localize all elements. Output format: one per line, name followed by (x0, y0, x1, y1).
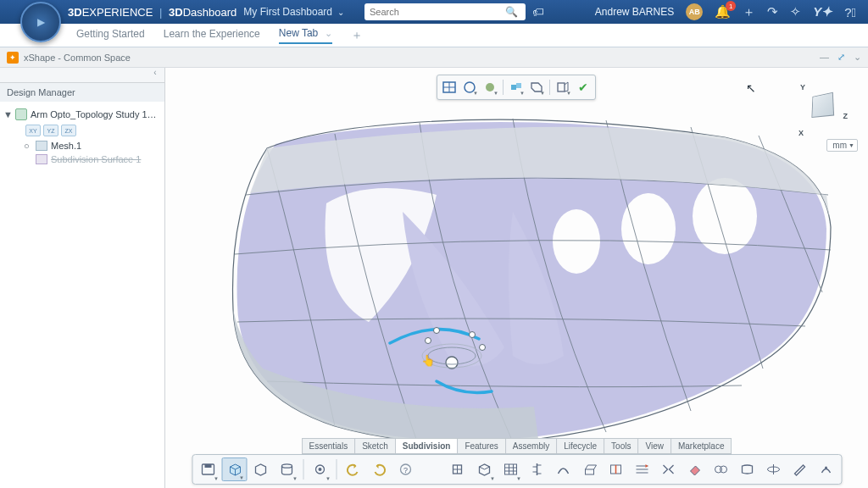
svg-point-2 (553, 209, 600, 274)
svg-point-46 (825, 467, 827, 469)
svg-point-3 (446, 357, 458, 369)
toolbar-btn-3[interactable]: ▼ (481, 78, 499, 97)
floating-toolbar: ▼ ▼ ▼ ▼ ▼ ✔ (437, 75, 596, 100)
search-box[interactable]: 🔍 (364, 3, 526, 20)
svg-text:?: ? (403, 466, 407, 474)
svg-point-26 (318, 468, 321, 471)
tab-assembly[interactable]: Assembly (506, 439, 557, 453)
tree-surface[interactable]: Subdivision Surface 1 (24, 152, 161, 166)
collab-icon[interactable]: ✧ (790, 4, 801, 19)
toolbar-btn-6[interactable]: ▼ (554, 78, 572, 97)
cmd-save[interactable]: ▼ (195, 458, 220, 481)
cmd-cylinder[interactable]: ▼ (274, 458, 299, 481)
toolbar-btn-1[interactable] (440, 78, 459, 97)
cmd-revolve[interactable] (760, 458, 786, 481)
toolbar-btn-2[interactable]: ▼ (460, 78, 479, 97)
xshape-icon: ✦ (7, 52, 19, 64)
add-tab-icon[interactable]: ＋ (351, 28, 363, 43)
tag-icon[interactable]: 🏷 (532, 5, 544, 19)
part-icon (15, 108, 27, 120)
feature-tree: ▼ Arm Opto_Topology Study 1_deform... XY… (0, 102, 164, 171)
cmd-redo[interactable] (366, 458, 392, 481)
cmd-knife[interactable] (787, 458, 812, 481)
brand: 3DEXPERIENCE | 3DDashboard (68, 6, 236, 19)
panel-title-bar: ✦ xShape - Common Space — ⤢ ⌄ (0, 47, 868, 68)
toolbar-confirm-icon[interactable]: ✔ (574, 78, 593, 97)
dashboard-name[interactable]: My First Dashboard (243, 6, 332, 18)
svg-rect-16 (511, 85, 516, 90)
cmd-align[interactable] (524, 458, 549, 481)
compass-icon[interactable] (20, 2, 61, 42)
tab-learn[interactable]: Learn the Experience (164, 28, 260, 43)
search-input[interactable] (370, 7, 505, 17)
orientation-widget[interactable]: Y Z X (797, 83, 844, 130)
tab-view[interactable]: View (638, 439, 671, 453)
svg-point-5 (434, 328, 440, 334)
toolbar-btn-4[interactable]: ▼ (507, 78, 526, 97)
cmd-loft[interactable] (734, 458, 760, 481)
collapse-sidebar-icon[interactable]: ‹ (149, 68, 161, 82)
plane-zx[interactable]: ZX (61, 125, 76, 136)
cmd-merge[interactable] (708, 458, 733, 481)
cmd-grid[interactable]: ▼ (498, 458, 523, 481)
tab-subdivision[interactable]: Subdivision (396, 439, 459, 453)
cmd-box[interactable] (445, 458, 470, 481)
cmd-bend[interactable] (550, 458, 576, 481)
toolbar-btn-5[interactable]: ▼ (527, 78, 546, 97)
svg-rect-18 (558, 83, 565, 92)
cmd-extrude[interactable] (576, 458, 602, 481)
svg-rect-34 (504, 464, 516, 474)
mesh-icon (36, 141, 47, 151)
tab-tools[interactable]: Tools (604, 439, 638, 453)
cmd-undo[interactable] (340, 458, 365, 481)
cmd-symmetry[interactable] (655, 458, 681, 481)
cmd-crease[interactable] (603, 458, 628, 481)
tree-root[interactable]: ▼ Arm Opto_Topology Study 1_deform... (3, 107, 161, 122)
menu-icon[interactable]: ⌄ (854, 52, 861, 63)
cmd-help[interactable]: ? (392, 458, 418, 481)
chevron-down-icon[interactable]: ⌄ (325, 28, 332, 38)
units-selector[interactable]: mm (826, 139, 858, 152)
search-icon[interactable]: 🔍 (505, 6, 518, 18)
svg-line-32 (479, 467, 484, 469)
cmd-cube[interactable] (248, 458, 273, 481)
notifications-icon[interactable]: 🔔1 (715, 4, 731, 19)
tab-lifecycle[interactable]: Lifecycle (557, 439, 604, 453)
action-bar-tabs: Essentials Sketch Subdivision Features A… (302, 438, 732, 454)
cmd-erase[interactable] (682, 458, 707, 481)
user-name[interactable]: Andrew BARNES (595, 6, 674, 18)
plane-yz[interactable]: YZ (43, 125, 58, 136)
cmd-sculpt[interactable] (813, 458, 838, 481)
add-icon[interactable]: ＋ (743, 4, 755, 20)
svg-point-7 (480, 345, 486, 351)
tree-mesh[interactable]: ○ Mesh.1 (24, 139, 161, 152)
share-icon[interactable]: ↷ (767, 4, 778, 19)
command-bar: ▼ ▼ ▼ ▼ ? ▼ ▼ (192, 454, 842, 485)
panel-title: xShape - Common Space (24, 53, 131, 63)
tree-planes: XY YZ ZX (25, 122, 161, 139)
tab-marketplace[interactable]: Marketplace (671, 439, 731, 453)
design-manager-title: Design Manager (0, 83, 164, 102)
avatar[interactable]: AB (686, 3, 703, 20)
tab-getting-started[interactable]: Getting Started (76, 28, 145, 43)
collapse-icon[interactable]: ⤢ (837, 52, 845, 63)
viewport-3d[interactable]: 👆 ▼ ▼ ▼ ▼ ▼ ✔ Y Z X mm ↖ Essentials Sket… (165, 68, 868, 488)
cmd-subd-box[interactable]: ▼ (471, 458, 497, 481)
model-3d[interactable]: 👆 (199, 102, 843, 458)
tab-row: Getting Started Learn the Experience New… (0, 24, 868, 47)
svg-line-33 (484, 467, 489, 469)
chevron-down-icon[interactable]: ⌄ (337, 8, 344, 17)
tab-new[interactable]: New Tab ⌄ (279, 27, 332, 44)
cmd-primitive[interactable]: ▼ (221, 458, 247, 481)
cmd-settings[interactable]: ▼ (307, 458, 332, 481)
home-icon[interactable]: Y✦ (813, 4, 832, 19)
svg-point-24 (281, 464, 292, 468)
plane-xy[interactable]: XY (25, 125, 41, 136)
tab-sketch[interactable]: Sketch (355, 439, 396, 453)
tab-features[interactable]: Features (458, 439, 505, 453)
tab-essentials[interactable]: Essentials (303, 439, 356, 453)
cmd-subdivide[interactable] (629, 458, 654, 481)
svg-point-4 (426, 338, 431, 344)
help-icon[interactable]: ?⃝ (844, 5, 856, 19)
minimize-icon[interactable]: — (820, 52, 829, 63)
